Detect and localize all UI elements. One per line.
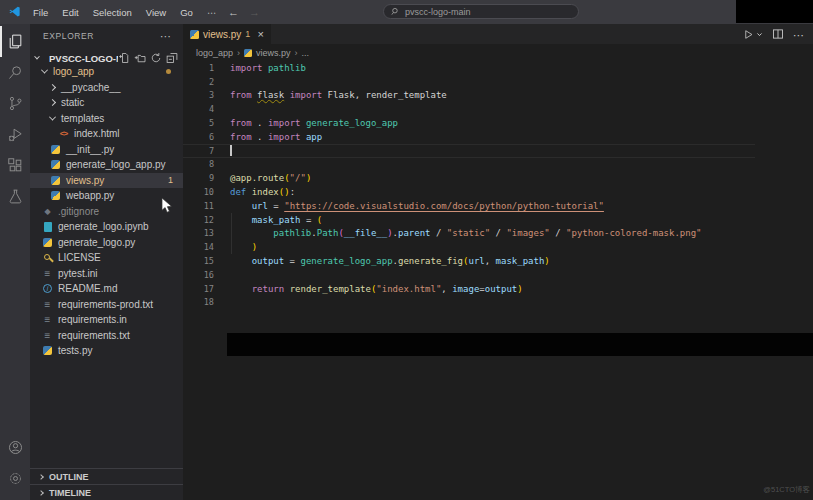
code-line-17[interactable]: 17 return render_template("index.html", … [183,282,755,296]
tree-item-README.md[interactable]: iREADME.md [30,281,183,297]
sidebar-panels: OUTLINETIMELINE [30,468,183,500]
code-line-4[interactable]: 4 [183,102,755,116]
code-line-7[interactable]: 7 [183,144,755,158]
tree-item-generate_logo.ipynb[interactable]: generate_logo.ipynb [30,219,183,235]
run-button[interactable] [743,29,763,40]
menu-[interactable]: ⋯ [200,7,224,18]
search-icon[interactable] [0,57,30,88]
tree-item-static[interactable]: static [30,95,183,111]
tree-item-requirements-prod.txt[interactable]: ≡requirements-prod.txt [30,297,183,313]
code-line-8[interactable]: 8 [183,158,755,172]
line-number[interactable]: 2 [183,77,214,87]
tree-item-label: tests.py [58,345,92,356]
code-line-15[interactable]: 15 output = generate_logo_app.generate_f… [183,254,755,268]
line-number[interactable]: 5 [183,118,214,128]
code-line-6[interactable]: 6from . import app [183,130,755,144]
menu-selection[interactable]: Selection [86,7,139,18]
navigate-forward-icon[interactable]: → [249,6,260,18]
tree-item-logo_app[interactable]: logo_app [30,64,183,80]
code-line-13[interactable]: 13 pathlib.Path(__file__).parent / "stat… [183,227,755,241]
line-number[interactable]: 12 [183,215,214,225]
code-line-18[interactable]: 18 [183,296,755,310]
line-number[interactable]: 14 [183,242,214,252]
line-number[interactable]: 15 [183,256,214,266]
line-number[interactable]: 6 [183,132,214,142]
tree-item-requirements.in[interactable]: ≡requirements.in [30,312,183,328]
chevron-right-icon [38,490,44,496]
tree-item-label: generate_logo.py [58,237,135,248]
explorer-icon[interactable] [0,26,30,57]
panel-outline[interactable]: OUTLINE [30,468,183,484]
run-debug-icon[interactable] [0,119,30,150]
black-corner-region [736,0,813,23]
split-editor-button[interactable] [772,28,784,40]
tab-views-py[interactable]: views.py 1 × [183,24,271,44]
line-number[interactable]: 1 [183,63,214,73]
code-line-14[interactable]: 14 ) [183,240,755,254]
line-number[interactable]: 11 [183,201,214,211]
tree-item-__pycache__[interactable]: __pycache__ [30,80,183,96]
code-line-10[interactable]: 10def index(): [183,185,755,199]
tree-item-LICENSE[interactable]: LICENSE [30,250,183,266]
navigate-back-icon[interactable]: ← [228,6,239,18]
new-file-icon[interactable] [118,52,130,64]
line-number[interactable]: 18 [183,297,214,307]
account-icon[interactable] [0,432,30,463]
breadcrumb-item[interactable]: logo_app [196,48,233,58]
menu-file[interactable]: File [26,7,55,18]
panel-timeline[interactable]: TIMELINE [30,484,183,500]
editor-actions: ⋯ [743,24,805,44]
tree-item-generate_logo_app.py[interactable]: generate_logo_app.py [30,157,183,173]
line-number[interactable]: 16 [183,270,214,280]
line-number[interactable]: 10 [183,187,214,197]
new-folder-icon[interactable] [134,52,146,64]
explorer-more-actions-icon[interactable]: ⋯ [160,30,171,43]
tree-item-__init__.py[interactable]: __init__.py [30,142,183,158]
menu-go[interactable]: Go [173,7,200,18]
line-number[interactable]: 9 [183,173,214,183]
menu-view[interactable]: View [139,7,173,18]
tab-close-icon[interactable]: × [257,29,263,39]
tree-item-tests.py[interactable]: tests.py [30,343,183,359]
line-number[interactable]: 4 [183,104,214,114]
tree-item-requirements.txt[interactable]: ≡requirements.txt [30,328,183,344]
code-line-2[interactable]: 2 [183,75,755,89]
settings-icon[interactable] [0,463,30,494]
tree-item-views.py[interactable]: views.py1 [30,173,183,189]
tree-item-pytest.ini[interactable]: ≡pytest.ini [30,266,183,282]
code-line-16[interactable]: 16 [183,268,755,282]
code-line-5[interactable]: 5from . import generate_logo_app [183,116,755,130]
breadcrumb-item[interactable]: ... [302,48,310,58]
tree-item-label: __init__.py [66,144,114,155]
extensions-icon[interactable] [0,150,30,181]
tree-item-label: logo_app [53,66,94,77]
line-number[interactable]: 17 [183,284,214,294]
tree-item-index.html[interactable]: <>index.html [30,126,183,142]
chevron-down-icon [49,113,56,120]
line-number[interactable]: 3 [183,90,214,100]
line-number[interactable]: 13 [183,228,214,238]
command-center-search[interactable]: pvscc-logo-main [383,4,579,19]
collapse-all-icon[interactable] [166,52,178,64]
text-file-icon: ≡ [42,268,53,279]
code-line-9[interactable]: 9@app.route("/") [183,171,755,185]
breadcrumb-item[interactable]: views.py [256,48,291,58]
testing-icon[interactable] [0,181,30,212]
tree-item-generate_logo.py[interactable]: generate_logo.py [30,235,183,251]
code-line-1[interactable]: 1import pathlib [183,61,755,75]
title-bar: FileEditSelectionViewGo⋯ ← → pvscc-logo-… [0,0,813,24]
refresh-icon[interactable] [150,52,162,64]
activity-bar [0,24,30,500]
code-line-3[interactable]: 3from flask import Flask, render_templat… [183,89,755,103]
line-number[interactable]: 7 [183,146,214,156]
explorer-title: EXPLORER [43,31,160,41]
code-line-12[interactable]: 12 mask_path = ( [183,213,755,227]
tree-item-templates[interactable]: templates [30,111,183,127]
tree-item-label: templates [61,113,104,124]
line-number[interactable]: 8 [183,159,214,169]
more-actions-button[interactable]: ⋯ [793,25,805,43]
menu-edit[interactable]: Edit [55,7,85,18]
source-control-icon[interactable] [0,88,30,119]
code-line-11[interactable]: 11 url = "https://code.visualstudio.com/… [183,199,755,213]
code-text: from flask import Flask, render_template [230,90,447,100]
